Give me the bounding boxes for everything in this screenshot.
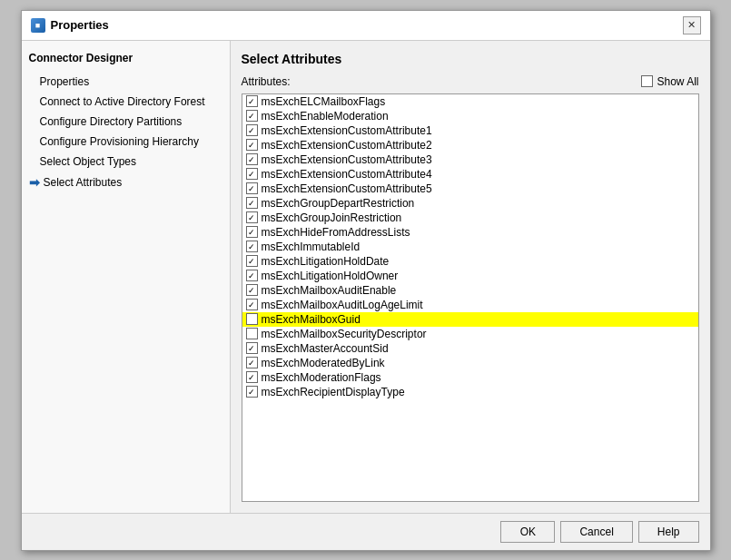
attribute-checkbox[interactable] bbox=[246, 241, 258, 252]
attribute-label: msExchMasterAccountSid bbox=[262, 342, 389, 355]
attribute-label: msExchMailboxAuditEnable bbox=[262, 284, 397, 297]
list-item[interactable]: msExchLitigationHoldDate bbox=[242, 254, 698, 269]
dialog-title: Properties bbox=[51, 18, 109, 32]
sidebar-item-connect[interactable]: Connect to Active Directory Forest bbox=[22, 92, 230, 112]
attribute-checkbox[interactable] bbox=[246, 124, 258, 136]
list-item[interactable]: msExchGroupDepartRestriction bbox=[242, 196, 698, 211]
attribute-checkbox[interactable] bbox=[246, 139, 258, 151]
list-item[interactable]: msExchMailboxAuditLogAgeLimit bbox=[242, 298, 698, 312]
attribute-label: msExchLitigationHoldDate bbox=[262, 255, 390, 268]
properties-dialog: ■ Properties ✕ Connector Designer Proper… bbox=[21, 10, 711, 551]
sidebar-title: Connector Designer bbox=[22, 48, 230, 68]
attribute-checkbox[interactable] bbox=[246, 313, 258, 325]
title-bar-left: ■ Properties bbox=[31, 18, 109, 33]
attribute-label: msExchModeratedByLink bbox=[262, 357, 385, 369]
attribute-checkbox[interactable] bbox=[246, 255, 258, 267]
attribute-label: msExchMailboxSecurityDescriptor bbox=[262, 328, 427, 340]
attribute-checkbox[interactable] bbox=[246, 371, 258, 383]
attribute-checkbox[interactable] bbox=[246, 342, 258, 354]
sidebar-item-configure-prov[interactable]: Configure Provisioning Hierarchy bbox=[22, 132, 230, 152]
sidebar-item-properties[interactable]: Properties bbox=[22, 72, 230, 92]
show-all-label[interactable]: Show All bbox=[657, 75, 698, 88]
attribute-checkbox[interactable] bbox=[246, 226, 258, 238]
attribute-label: msExchModerationFlags bbox=[262, 371, 381, 384]
attribute-checkbox[interactable] bbox=[246, 153, 258, 165]
list-item[interactable]: msExchImmutableId bbox=[242, 240, 698, 254]
help-button[interactable]: Help bbox=[638, 521, 699, 543]
content-area: Connector Designer Properties Connect to… bbox=[22, 41, 710, 513]
attribute-checkbox[interactable] bbox=[246, 168, 258, 180]
attribute-label: msExchExtensionCustomAttribute3 bbox=[262, 153, 432, 166]
footer: OK Cancel Help bbox=[22, 513, 710, 550]
current-arrow-icon: ➡ bbox=[29, 175, 40, 190]
close-button[interactable]: ✕ bbox=[683, 16, 701, 34]
main-panel: Select Attributes Attributes: Show All m… bbox=[231, 41, 710, 513]
list-item[interactable]: msExchExtensionCustomAttribute4 bbox=[242, 167, 698, 182]
list-item[interactable]: msExchGroupJoinRestriction bbox=[242, 211, 698, 225]
attribute-checkbox[interactable] bbox=[246, 211, 258, 223]
dialog-icon: ■ bbox=[31, 18, 45, 33]
attribute-label: msExchLitigationHoldOwner bbox=[262, 270, 399, 282]
panel-title: Select Attributes bbox=[242, 52, 699, 66]
sidebar-item-select-obj[interactable]: Select Object Types bbox=[22, 152, 230, 172]
attribute-label: msExchELCMailboxFlags bbox=[262, 95, 386, 108]
attribute-label: msExchHideFromAddressLists bbox=[262, 226, 410, 239]
title-bar: ■ Properties ✕ bbox=[22, 11, 710, 41]
attribute-checkbox[interactable] bbox=[246, 386, 258, 398]
attribute-checkbox[interactable] bbox=[246, 328, 258, 339]
list-item[interactable]: msExchExtensionCustomAttribute2 bbox=[242, 138, 698, 152]
attributes-list[interactable]: msExchELCMailboxFlagsmsExchEnableModerat… bbox=[242, 93, 699, 502]
list-item[interactable]: msExchModerationFlags bbox=[242, 370, 698, 385]
attribute-label: msExchRecipientDisplayType bbox=[262, 386, 405, 398]
list-item[interactable]: msExchHideFromAddressLists bbox=[242, 225, 698, 240]
attribute-label: msExchEnableModeration bbox=[262, 110, 389, 123]
list-item[interactable]: msExchExtensionCustomAttribute1 bbox=[242, 123, 698, 138]
list-item[interactable]: msExchMailboxAuditEnable bbox=[242, 283, 698, 298]
attributes-header: Attributes: Show All bbox=[242, 75, 699, 88]
attribute-label: msExchExtensionCustomAttribute2 bbox=[262, 139, 432, 152]
attribute-checkbox[interactable] bbox=[246, 270, 258, 281]
show-all-container: Show All bbox=[641, 75, 698, 88]
sidebar-item-configure-dir[interactable]: Configure Directory Partitions bbox=[22, 112, 230, 132]
attribute-checkbox[interactable] bbox=[246, 299, 258, 310]
list-item[interactable]: msExchEnableModeration bbox=[242, 109, 698, 123]
list-item[interactable]: msExchExtensionCustomAttribute3 bbox=[242, 152, 698, 167]
list-item[interactable]: msExchELCMailboxFlags bbox=[242, 94, 698, 109]
attribute-checkbox[interactable] bbox=[246, 182, 258, 194]
list-item[interactable]: msExchModeratedByLink bbox=[242, 356, 698, 370]
attribute-label: msExchGroupJoinRestriction bbox=[262, 211, 402, 224]
attribute-checkbox[interactable] bbox=[246, 110, 258, 122]
attribute-label: msExchGroupDepartRestriction bbox=[262, 197, 415, 210]
attribute-checkbox[interactable] bbox=[246, 197, 258, 209]
sidebar-item-select-attr[interactable]: ➡ Select Attributes bbox=[22, 172, 230, 193]
list-item[interactable]: msExchMailboxGuid bbox=[242, 312, 698, 327]
attribute-label: msExchImmutableId bbox=[262, 241, 361, 253]
attribute-checkbox[interactable] bbox=[246, 95, 258, 107]
list-item[interactable]: msExchExtensionCustomAttribute5 bbox=[242, 182, 698, 196]
cancel-button[interactable]: Cancel bbox=[560, 521, 632, 543]
attribute-checkbox[interactable] bbox=[246, 357, 258, 368]
attribute-label: msExchMailboxGuid bbox=[262, 313, 361, 326]
attribute-label: msExchExtensionCustomAttribute4 bbox=[262, 168, 432, 181]
attribute-checkbox[interactable] bbox=[246, 284, 258, 296]
attribute-label: msExchExtensionCustomAttribute1 bbox=[262, 124, 432, 137]
list-item[interactable]: msExchMasterAccountSid bbox=[242, 341, 698, 356]
attribute-label: msExchExtensionCustomAttribute5 bbox=[262, 182, 432, 195]
ok-button[interactable]: OK bbox=[500, 521, 555, 543]
show-all-checkbox[interactable] bbox=[641, 75, 653, 87]
list-item[interactable]: msExchLitigationHoldOwner bbox=[242, 269, 698, 283]
attributes-label: Attributes: bbox=[242, 75, 291, 88]
sidebar-item-select-attr-label: Select Attributes bbox=[44, 176, 123, 189]
list-item[interactable]: msExchMailboxSecurityDescriptor bbox=[242, 327, 698, 341]
sidebar: Connector Designer Properties Connect to… bbox=[22, 41, 231, 513]
attribute-label: msExchMailboxAuditLogAgeLimit bbox=[262, 299, 423, 311]
list-item[interactable]: msExchRecipientDisplayType bbox=[242, 385, 698, 399]
